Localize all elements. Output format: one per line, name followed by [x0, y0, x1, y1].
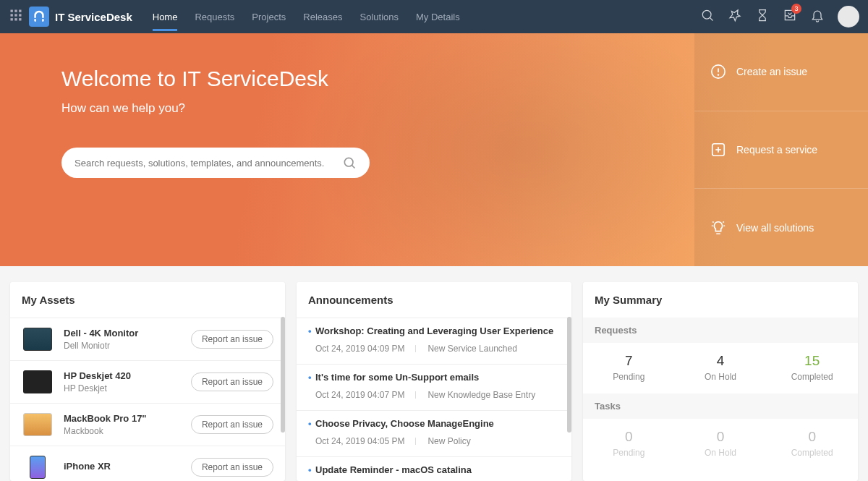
announcement-tag: New Knowledge Base Entry: [427, 390, 535, 400]
asset-name: MackBook Pro 17": [64, 413, 181, 424]
summary-value: 4: [675, 353, 767, 369]
apps-grid-icon[interactable]: [9, 8, 23, 25]
dashboard-panels: My Assets Dell - 4K Monitor Dell Moniotr…: [0, 266, 868, 481]
announcement-tag: New Policy: [427, 436, 470, 446]
summary-cell[interactable]: 0 Completed: [766, 429, 858, 458]
hourglass-icon[interactable]: [755, 8, 770, 25]
announcement-title: Workshop: Creating and Leveraging User E…: [308, 325, 560, 336]
announcement-title: Update Reminder - macOS catalina: [308, 464, 560, 475]
report-issue-button[interactable]: Report an issue: [191, 458, 273, 477]
summary-cell[interactable]: 7 Pending: [583, 353, 675, 382]
my-summary-panel: My Summary Requests 7 Pending 4 On Hold …: [583, 282, 858, 481]
announcement-tag: New Service Launched: [427, 344, 516, 354]
asset-name: Dell - 4K Monitor: [64, 328, 181, 339]
summary-value: 0: [583, 429, 675, 445]
alert-circle-icon: [710, 64, 726, 80]
asset-row: iPhone XR Report an issue: [10, 446, 285, 481]
asset-row: Dell - 4K Monitor Dell Moniotr Report an…: [10, 318, 285, 360]
search-icon: [342, 156, 357, 170]
plus-square-icon: [710, 142, 726, 158]
search-input[interactable]: [75, 158, 335, 169]
asset-subtitle: Dell Moniotr: [64, 341, 181, 351]
scrollbar[interactable]: [281, 317, 285, 433]
hero-subtitle: How can we help you?: [61, 101, 694, 116]
svg-point-9: [702, 10, 711, 19]
summary-requests-row: 7 Pending 4 On Hold 15 Completed: [583, 343, 858, 393]
view-solutions-button[interactable]: View all solutions: [694, 189, 868, 266]
header-actions: 3: [700, 6, 859, 27]
nav-my-details[interactable]: My Details: [409, 3, 467, 31]
create-issue-button[interactable]: Create an issue: [694, 33, 868, 111]
nav-projects[interactable]: Projects: [244, 3, 293, 31]
report-issue-button[interactable]: Report an issue: [191, 415, 273, 434]
announcement-item[interactable]: Choose Privacy, Choose ManageEngine Oct …: [297, 410, 571, 456]
summary-label: Pending: [583, 372, 675, 382]
scrollbar[interactable]: [567, 317, 571, 433]
svg-point-11: [344, 158, 353, 166]
monitor-icon: [22, 325, 54, 353]
svg-rect-5: [19, 14, 21, 16]
panel-title: My Assets: [10, 282, 285, 318]
summary-cell[interactable]: 0 Pending: [583, 429, 675, 458]
user-avatar[interactable]: [838, 6, 859, 27]
laptop-icon: [22, 411, 54, 438]
summary-value: 0: [766, 429, 858, 445]
summary-label: Completed: [766, 448, 858, 458]
announcement-item[interactable]: Update Reminder - macOS catalina: [297, 456, 571, 478]
panel-title: Announcements: [297, 282, 571, 318]
bell-icon[interactable]: [810, 8, 825, 25]
announcement-title: Choose Privacy, Choose ManageEngine: [308, 418, 560, 429]
summary-label: Pending: [583, 448, 675, 458]
lightbulb-icon: [710, 220, 726, 236]
announcement-item[interactable]: Workshop: Creating and Leveraging User E…: [297, 318, 571, 364]
printer-icon: [22, 368, 54, 396]
summary-cell[interactable]: 0 On Hold: [675, 429, 767, 458]
request-service-button[interactable]: Request a service: [694, 111, 868, 190]
asset-row: MackBook Pro 17" Mackbook Report an issu…: [10, 403, 285, 446]
summary-tasks-label: Tasks: [583, 393, 858, 419]
summary-cell[interactable]: 15 Completed: [766, 353, 858, 382]
nav-releases[interactable]: Releases: [296, 3, 349, 31]
announcement-date: Oct 24, 2019 04:07 PM: [315, 390, 416, 400]
search-bar[interactable]: [61, 148, 370, 178]
summary-label: Completed: [766, 372, 858, 382]
brand-title: IT ServiceDesk: [55, 11, 132, 23]
summary-tasks-row: 0 Pending 0 On Hold 0 Completed: [583, 419, 858, 469]
summary-value: 15: [766, 353, 858, 369]
panel-title: My Summary: [583, 282, 858, 318]
asset-subtitle: Mackbook: [64, 426, 181, 436]
nav-home[interactable]: Home: [145, 3, 185, 31]
summary-label: On Hold: [675, 372, 767, 382]
hero-banner: Welcome to IT ServiceDesk How can we hel…: [0, 33, 868, 266]
svg-rect-2: [19, 10, 21, 12]
nav-requests[interactable]: Requests: [187, 3, 242, 31]
asset-row: HP Deskjet 420 HP Deskjet Report an issu…: [10, 360, 285, 403]
pin-icon[interactable]: [728, 8, 742, 25]
svg-rect-4: [14, 14, 17, 16]
my-assets-panel: My Assets Dell - 4K Monitor Dell Moniotr…: [10, 282, 285, 481]
inbox-badge: 3: [791, 4, 801, 14]
announcements-panel: Announcements Workshop: Creating and Lev…: [297, 282, 571, 481]
app-header: IT ServiceDesk Home Requests Projects Re…: [0, 0, 868, 33]
search-icon[interactable]: [700, 8, 715, 25]
announcement-title: It's time for some Un-Support emails: [308, 372, 560, 383]
report-issue-button[interactable]: Report an issue: [191, 373, 273, 391]
announcement-date: Oct 24, 2019 04:09 PM: [315, 344, 416, 354]
asset-name: iPhone XR: [64, 461, 181, 472]
summary-value: 7: [583, 353, 675, 369]
summary-value: 0: [675, 429, 767, 445]
announcement-item[interactable]: It's time for some Un-Support emails Oct…: [297, 364, 571, 410]
summary-cell[interactable]: 4 On Hold: [675, 353, 767, 382]
inbox-icon[interactable]: 3: [783, 8, 797, 25]
svg-point-15: [718, 75, 719, 75]
summary-label: On Hold: [675, 448, 767, 458]
asset-name: HP Deskjet 420: [64, 370, 181, 381]
svg-rect-8: [19, 18, 21, 20]
svg-rect-3: [11, 14, 13, 16]
brand-logo-icon: [29, 7, 49, 27]
phone-icon: [22, 454, 54, 481]
summary-requests-label: Requests: [583, 318, 858, 343]
report-issue-button[interactable]: Report an issue: [191, 330, 273, 349]
nav-solutions[interactable]: Solutions: [353, 3, 406, 31]
svg-rect-0: [11, 10, 13, 12]
